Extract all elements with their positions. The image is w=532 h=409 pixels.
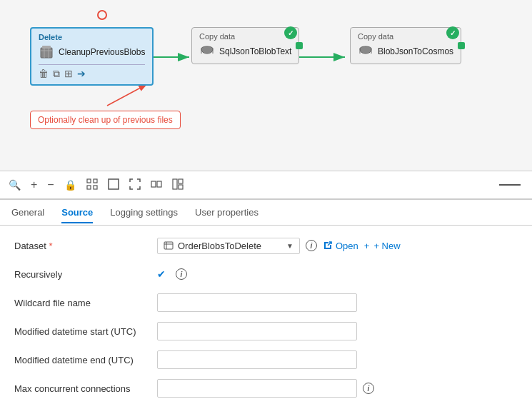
dropdown-arrow-icon: ▼ [286, 242, 293, 250]
copy2-icon [358, 44, 373, 59]
wildcard-control [157, 293, 518, 312]
copy1-icon [199, 44, 215, 59]
svg-rect-23 [157, 181, 161, 187]
wildcard-row: Wildcard file name [14, 293, 518, 313]
dataset-value: OrderBlobsToDelete [178, 241, 282, 251]
plus-icon: + [364, 241, 370, 251]
minus-toolbar-icon[interactable]: − [47, 178, 54, 191]
required-star: * [49, 241, 52, 251]
tab-user-properties[interactable]: User properties [195, 201, 259, 223]
arrange-toolbar-icon[interactable] [151, 178, 162, 192]
recursively-label: Recursively [14, 269, 157, 280]
wildcard-input[interactable] [157, 293, 357, 312]
add-toolbar-icon[interactable]: + [31, 178, 37, 191]
lock-toolbar-icon[interactable]: 🔒 [64, 179, 76, 191]
dataset-select[interactable]: OrderBlobsToDelete ▼ [157, 238, 300, 254]
svg-rect-18 [94, 179, 97, 183]
copy1-title: Copy data [199, 32, 291, 41]
canvas-toolbar: 🔍 + − 🔒 [0, 171, 532, 200]
svg-line-4 [107, 84, 147, 106]
recursively-info-icon[interactable]: i [176, 268, 187, 280]
pipeline-canvas[interactable]: Delete CleanupPreviousBlobs 🗑 ⧉ ⊞ ➔ ✓ [0, 0, 532, 171]
fit-toolbar-icon[interactable] [129, 178, 141, 192]
clone-icon[interactable]: ⊞ [64, 68, 73, 80]
delete-node-title: Delete [39, 33, 145, 41]
grid-toolbar-icon[interactable] [86, 178, 98, 192]
check-badge-2: ✓ [446, 26, 459, 39]
expand-toolbar-icon[interactable] [108, 178, 119, 192]
recursively-row: Recursively ✔ i [14, 264, 518, 284]
modified-start-label: Modified datetime start (UTC) [14, 326, 157, 337]
source-form: Dataset * OrderBlobsToDelete ▼ i [0, 226, 532, 409]
svg-rect-21 [109, 179, 119, 189]
wildcard-label: Wildcard file name [14, 298, 157, 308]
modified-start-control [157, 322, 518, 340]
open-dataset-link[interactable]: Open [323, 241, 358, 251]
modified-start-row: Modified datetime start (UTC) [14, 321, 518, 341]
tab-general[interactable]: General [11, 201, 44, 223]
dataset-control-area: OrderBlobsToDelete ▼ i Open + + New [157, 238, 518, 254]
svg-rect-26 [179, 185, 183, 189]
svg-rect-25 [179, 179, 183, 183]
copy2-label: BlobJsonToCosmos [378, 46, 453, 56]
svg-rect-20 [94, 186, 97, 189]
svg-rect-17 [87, 179, 91, 183]
green-dot-2 [458, 42, 465, 49]
modified-end-row: Modified datetime end (UTC) [14, 350, 518, 370]
max-connections-row: Max concurrent connections i [14, 378, 518, 398]
layout-toolbar-icon[interactable] [172, 178, 184, 192]
max-connections-input[interactable] [157, 379, 357, 398]
delete-node-icon [39, 44, 54, 60]
delete-node[interactable]: Delete CleanupPreviousBlobs 🗑 ⧉ ⊞ ➔ [30, 27, 154, 86]
dataset-info-icon[interactable]: i [306, 240, 317, 251]
modified-end-label: Modified datetime end (UTC) [14, 355, 157, 365]
copy-data-node-2[interactable]: ✓ Copy data BlobJsonToCosmos [350, 27, 461, 64]
delete-icon[interactable]: 🗑 [39, 68, 49, 80]
svg-rect-6 [41, 48, 52, 58]
dataset-label: Dataset * [14, 241, 157, 251]
dataset-select-icon [164, 241, 174, 251]
svg-rect-10 [42, 46, 51, 49]
modified-start-input[interactable] [157, 322, 357, 340]
copy-icon[interactable]: ⧉ [53, 68, 60, 80]
callout-tooltip: Optionally clean up of previous files [30, 111, 181, 129]
modified-end-control [157, 350, 518, 369]
open-icon [323, 241, 333, 251]
copy1-label: SqlJsonToBlobText [219, 46, 291, 56]
delete-node-label: CleanupPreviousBlobs [59, 47, 145, 57]
svg-rect-22 [151, 181, 156, 187]
svg-rect-19 [87, 186, 91, 189]
max-connections-info-icon[interactable]: i [363, 383, 374, 394]
search-toolbar-icon[interactable]: 🔍 [9, 179, 21, 191]
property-tabs: General Source Logging settings User pro… [0, 200, 532, 226]
svg-rect-27 [164, 242, 173, 249]
copy-data-node-1[interactable]: ✓ Copy data SqlJsonToBlobText [191, 27, 299, 64]
red-circle-indicator [97, 10, 107, 20]
dataset-row: Dataset * OrderBlobsToDelete ▼ i [14, 236, 518, 256]
tab-source[interactable]: Source [61, 201, 93, 223]
move-icon[interactable]: ➔ [77, 68, 86, 80]
tab-logging[interactable]: Logging settings [110, 201, 178, 223]
modified-end-input[interactable] [157, 350, 357, 369]
recursively-control: ✔ i [157, 268, 518, 280]
max-connections-label: Max concurrent connections [14, 383, 157, 394]
delete-node-actions: 🗑 ⧉ ⊞ ➔ [39, 64, 145, 80]
copy2-title: Copy data [358, 32, 453, 41]
check-badge-1: ✓ [284, 26, 297, 39]
recursively-checkbox[interactable]: ✔ [157, 268, 166, 280]
svg-rect-24 [173, 179, 177, 189]
new-dataset-link[interactable]: + + New [364, 241, 401, 251]
max-connections-control: i [157, 379, 518, 398]
green-dot-1 [296, 42, 303, 49]
